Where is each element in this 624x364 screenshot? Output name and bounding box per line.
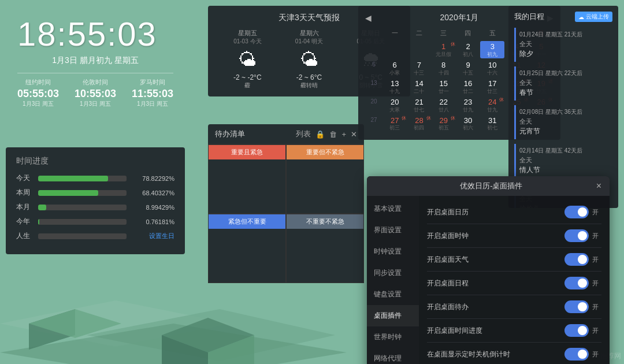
schedule-item-0[interactable]: 01月24日 星期五 21天后 全天 除夕: [514, 28, 612, 62]
calendar-day-3-4[interactable]: 24休廿九: [480, 96, 504, 114]
calendar-day-4-2[interactable]: 29休初五: [432, 115, 456, 132]
calendar-day-1-1[interactable]: 7十三: [407, 60, 431, 77]
day-lunar: 十三: [407, 70, 430, 76]
schedule-item-2[interactable]: 02月08日 星期六 36天后 全天 元宵节: [514, 105, 612, 139]
calendar-day-0-3[interactable]: 2初八: [456, 41, 480, 58]
todo-close-icon[interactable]: ✕: [351, 130, 357, 139]
schedule-item-3[interactable]: 02月14日 星期五 42天后 全天 情人节: [514, 144, 612, 178]
day-number: 7: [407, 61, 430, 70]
clock-date: 1月3日 腊月初九 星期五: [17, 55, 173, 66]
calendar-day-2-3[interactable]: 16廿二: [456, 78, 480, 95]
toggle-switch-6[interactable]: [564, 348, 589, 361]
settings-content: 开启桌面日历 开 开启桌面时钟 开 开启桌面天气 开 开启桌面日程 开 开启桌面…: [419, 196, 610, 364]
toggle-switch-4[interactable]: [564, 300, 589, 313]
settings-nav-item-6[interactable]: 世界时钟: [367, 326, 419, 348]
toggle-label-1: 开: [592, 232, 601, 240]
settings-nav-item-0[interactable]: 基本设置: [367, 198, 419, 220]
todo-list-label[interactable]: 列表: [296, 129, 311, 139]
calendar-day-1-0[interactable]: 6小寒: [382, 60, 407, 77]
calendar-day-2-4[interactable]: 17廿三: [480, 78, 504, 95]
settings-row-label-1: 开启桌面时钟: [427, 231, 564, 241]
schedule-sync-button[interactable]: ☁ 云端上传: [575, 12, 612, 22]
day-tag: 休: [451, 41, 455, 47]
calendar-prev-button[interactable]: ◀: [365, 13, 372, 23]
calendar-day-4-3[interactable]: 30初六: [456, 115, 480, 132]
settings-row-3: 开启桌面日程 开: [427, 272, 601, 295]
todo-widget: 待办清单 列表 🔒 🗑 + ✕ 重要且紧急 重要但不紧急 紧急但不重要 不重要不…: [208, 124, 364, 283]
toggle-switch-1[interactable]: [564, 229, 589, 242]
calendar-day-4-4[interactable]: 31初七: [480, 115, 504, 132]
calendar-day-3-0[interactable]: 20大寒: [382, 96, 407, 114]
todo-cell-urgent-important[interactable]: 重要且紧急: [208, 144, 286, 214]
todo-lock-icon[interactable]: 🔒: [315, 130, 325, 139]
settings-row-1: 开启桌面时钟 开: [427, 224, 601, 248]
settings-nav-item-4[interactable]: 键盘设置: [367, 284, 419, 305]
weather-day-0-temp: -2 ~ -2°C: [217, 73, 278, 81]
settings-panel: 优效日历-桌面插件 × 基本设置界面设置时钟设置同步设置键盘设置桌面插件世界时钟…: [367, 176, 610, 364]
calendar-day-2-0[interactable]: 13十九: [382, 78, 407, 95]
calendar-day-0-2[interactable]: 1休元旦假: [432, 41, 456, 58]
calendar-day-4-0[interactable]: 27休初三: [382, 115, 407, 132]
progress-bar-bg-today: [38, 176, 127, 181]
calendar-day-2-2[interactable]: 15廿一: [432, 78, 456, 95]
calendar-day-1-4[interactable]: 10十六: [480, 60, 504, 77]
schedule-item-1[interactable]: 01月25日 星期六 22天后 全天 春节: [514, 66, 612, 101]
settings-nav-item-3[interactable]: 同步设置: [367, 262, 419, 284]
progress-label-year: 今年: [16, 217, 34, 226]
day-lunar: 初七: [481, 125, 504, 131]
progress-label-life: 人生: [16, 231, 34, 241]
todo-cell-urgent-not-important[interactable]: 紧急但不重要: [208, 214, 286, 283]
calendar-day-1-2[interactable]: 8十四: [432, 60, 456, 77]
main-clock-time: 18:55:03: [17, 14, 173, 53]
weather-day-1-icon: 🌤: [278, 49, 340, 70]
calendar-day-1-3[interactable]: 9十五: [456, 60, 480, 77]
progress-val-life[interactable]: 设置生日: [131, 232, 174, 240]
toggle-switch-5[interactable]: [564, 324, 589, 337]
day-number: 10: [481, 61, 504, 70]
settings-nav-item-5[interactable]: 桌面插件: [367, 305, 419, 326]
day-lunar: 廿三: [481, 89, 504, 94]
day-lunar: 二十: [407, 89, 430, 94]
svg-marker-5: [162, 318, 254, 352]
day-number: 21: [407, 98, 430, 107]
progress-val-week: 68.40327%: [131, 190, 174, 196]
newyork-date: 1月3日 周五: [17, 100, 59, 108]
schedule-item-date: 01月24日 星期五 21天后: [519, 31, 609, 39]
schedule-item-allday: 全天: [519, 40, 609, 49]
day-number: 15: [432, 79, 455, 89]
set-birthday-link[interactable]: 设置生日: [149, 232, 174, 239]
schedule-item-date: 02月14日 星期五 42天后: [519, 147, 609, 155]
day-number: 9: [456, 61, 480, 70]
settings-nav-item-1[interactable]: 界面设置: [367, 220, 419, 241]
day-number: 3: [481, 42, 504, 52]
toggle-label-4: 开: [592, 303, 601, 311]
calendar-day-4-1[interactable]: 28休初四: [407, 115, 431, 132]
settings-nav-item-7[interactable]: 网络代理: [367, 348, 419, 364]
todo-cell-neither[interactable]: 不重要不紧急: [286, 214, 364, 283]
todo-cell-header-neither: 不重要不紧急: [287, 214, 363, 229]
calendar-day-3-1[interactable]: 21廿七: [407, 96, 431, 114]
calendar-day-2-1[interactable]: 14二十: [407, 78, 431, 95]
progress-bar-fill-week: [38, 190, 98, 196]
day-lunar: 初五: [432, 125, 455, 131]
toggle-switch-0[interactable]: [564, 206, 589, 218]
todo-cell-important-not-urgent[interactable]: 重要但不紧急: [286, 144, 364, 214]
settings-close-button[interactable]: ×: [596, 181, 601, 191]
weather-day-1: 星期六 01-04 明天 🌤 -2 ~ 6°C 霾转晴: [278, 29, 340, 90]
settings-row-4: 开启桌面待办 开: [427, 295, 601, 319]
weather-day-0-icon: 🌤: [217, 49, 278, 70]
day-lunar: 廿九: [456, 107, 480, 113]
calendar-day-3-2[interactable]: 22廿八: [432, 96, 456, 114]
todo-add-icon[interactable]: +: [341, 130, 346, 139]
calendar-day-3-3[interactable]: 23廿九: [456, 96, 480, 114]
toggle-switch-3[interactable]: [564, 277, 589, 289]
day-lunar: 初六: [456, 125, 480, 131]
toggle-switch-2[interactable]: [564, 253, 589, 266]
weekday-fri: 五: [480, 28, 504, 39]
day-number: 14: [407, 79, 430, 89]
settings-nav-item-2[interactable]: 时钟设置: [367, 241, 419, 262]
todo-delete-icon[interactable]: 🗑: [329, 130, 337, 139]
day-lunar: 十六: [481, 70, 504, 76]
calendar-day-0-4[interactable]: 3初九: [480, 41, 504, 58]
week-col-header: [365, 28, 382, 39]
